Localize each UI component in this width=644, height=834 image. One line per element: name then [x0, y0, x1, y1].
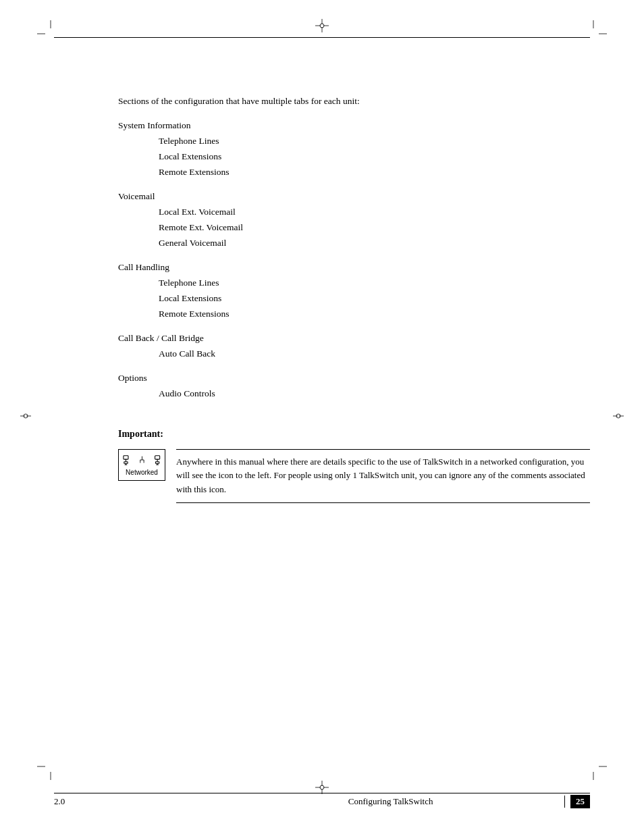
section-title-3: Call Back / Call Bridge: [118, 333, 590, 344]
section-2: Call HandlingTelephone LinesLocal Extens…: [118, 262, 590, 322]
center-mark-top: [315, 19, 329, 35]
side-mark-right: [613, 409, 624, 425]
section-title-4: Options: [118, 373, 590, 384]
footer-version: 2.0: [54, 796, 222, 807]
svg-rect-25: [155, 455, 160, 459]
important-title: Important:: [118, 429, 590, 440]
important-box: Networked Anywhere in this manual where …: [118, 449, 590, 503]
section-item-1-2: General Voicemail: [159, 236, 590, 251]
section-item-3-0: Auto Call Back: [159, 346, 590, 362]
section-items-3: Auto Call Back: [159, 346, 590, 362]
intro-text: Sections of the configuration that have …: [118, 95, 590, 108]
section-item-2-1: Local Extensions: [159, 291, 590, 307]
important-section: Important:: [118, 429, 590, 503]
footer-divider: [564, 796, 565, 808]
footer-page-number: 25: [570, 795, 590, 808]
footer-chapter: Configuring TalkSwitch: [222, 796, 559, 807]
side-mark-left: [20, 409, 31, 425]
section-1: VoicemailLocal Ext. VoicemailRemote Ext.…: [118, 191, 590, 251]
networked-icon-box: Networked: [118, 449, 165, 481]
network-lines: [139, 454, 145, 466]
svg-rect-17: [124, 461, 128, 463]
section-title-2: Call Handling: [118, 262, 590, 273]
section-4: OptionsAudio Controls: [118, 373, 590, 402]
section-item-2-2: Remote Extensions: [159, 307, 590, 322]
main-content: Sections of the configuration that have …: [118, 95, 590, 503]
top-border-line: [54, 37, 590, 38]
section-item-1-0: Local Ext. Voicemail: [159, 205, 590, 220]
section-items-2: Telephone LinesLocal ExtensionsRemote Ex…: [159, 276, 590, 322]
section-item-0-0: Telephone Lines: [159, 134, 590, 149]
sections-container: System InformationTelephone LinesLocal E…: [118, 120, 590, 401]
section-items-4: Audio Controls: [159, 386, 590, 402]
footer: 2.0 Configuring TalkSwitch 25: [0, 795, 644, 808]
phone-icon-right: [147, 454, 161, 466]
section-item-2-0: Telephone Lines: [159, 276, 590, 291]
important-text: Anywhere in this manual where there are …: [176, 449, 590, 503]
page: Sections of the configuration that have …: [0, 0, 644, 834]
section-0: System InformationTelephone LinesLocal E…: [118, 120, 590, 180]
section-item-0-1: Local Extensions: [159, 149, 590, 165]
networked-label: Networked: [123, 469, 161, 476]
section-title-1: Voicemail: [118, 191, 590, 202]
corner-mark-top-right: [580, 20, 607, 47]
corner-mark-top-left: [37, 20, 64, 47]
section-item-0-2: Remote Extensions: [159, 165, 590, 180]
section-title-0: System Information: [118, 120, 590, 131]
section-3: Call Back / Call BridgeAuto Call Back: [118, 333, 590, 362]
phone-icon-left: [123, 454, 136, 466]
svg-rect-27: [156, 461, 159, 463]
section-item-1-1: Remote Ext. Voicemail: [159, 220, 590, 236]
section-items-1: Local Ext. VoicemailRemote Ext. Voicemai…: [159, 205, 590, 251]
phone-icons: [123, 454, 161, 466]
section-items-0: Telephone LinesLocal ExtensionsRemote Ex…: [159, 134, 590, 180]
section-item-4-0: Audio Controls: [159, 386, 590, 402]
corner-mark-bottom-left: [37, 753, 64, 780]
footer-page: 25: [559, 795, 590, 808]
corner-mark-bottom-right: [580, 753, 607, 780]
svg-rect-15: [124, 455, 128, 459]
